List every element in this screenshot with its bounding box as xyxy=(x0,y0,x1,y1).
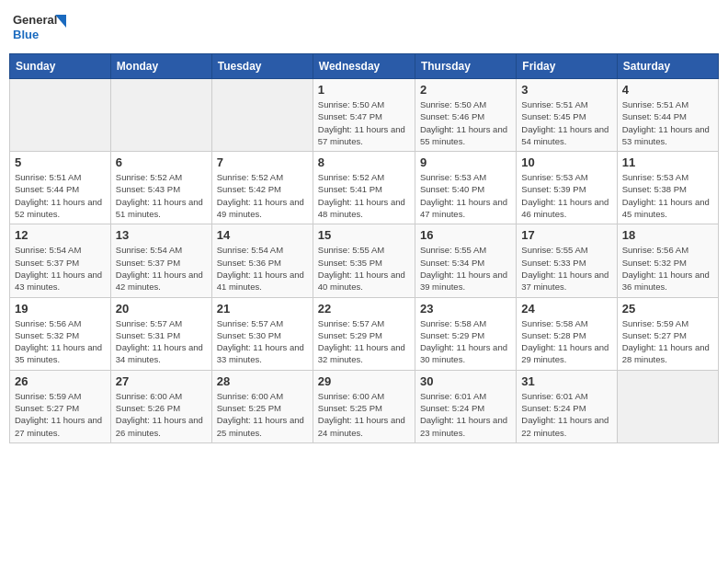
weekday-header-wednesday: Wednesday xyxy=(313,54,415,79)
weekday-header-saturday: Saturday xyxy=(617,54,718,79)
day-cell: 3Sunrise: 5:51 AM Sunset: 5:45 PM Daylig… xyxy=(517,79,617,152)
day-number: 22 xyxy=(318,302,410,316)
day-cell: 29Sunrise: 6:00 AM Sunset: 5:25 PM Dayli… xyxy=(313,370,415,442)
day-number: 28 xyxy=(217,374,308,388)
day-cell: 2Sunrise: 5:50 AM Sunset: 5:46 PM Daylig… xyxy=(415,79,516,152)
day-info: Sunrise: 5:59 AM Sunset: 5:27 PM Dayligh… xyxy=(622,317,713,366)
day-number: 17 xyxy=(521,228,611,242)
week-row-5: 26Sunrise: 5:59 AM Sunset: 5:27 PM Dayli… xyxy=(10,370,719,442)
day-number: 4 xyxy=(622,83,713,97)
page-header: GeneralBlue xyxy=(9,9,719,46)
day-number: 31 xyxy=(521,374,611,388)
weekday-header-thursday: Thursday xyxy=(415,54,516,79)
svg-text:Blue: Blue xyxy=(13,28,39,41)
day-cell: 17Sunrise: 5:55 AM Sunset: 5:33 PM Dayli… xyxy=(517,224,617,297)
day-number: 21 xyxy=(217,302,308,316)
day-number: 18 xyxy=(622,228,713,242)
day-cell: 15Sunrise: 5:55 AM Sunset: 5:35 PM Dayli… xyxy=(313,224,415,297)
day-cell: 13Sunrise: 5:54 AM Sunset: 5:37 PM Dayli… xyxy=(110,224,211,297)
day-cell: 28Sunrise: 6:00 AM Sunset: 5:25 PM Dayli… xyxy=(211,370,313,442)
weekday-header-sunday: Sunday xyxy=(10,54,111,79)
day-number: 27 xyxy=(116,374,207,388)
day-number: 11 xyxy=(622,155,713,169)
day-cell xyxy=(211,79,313,152)
day-info: Sunrise: 5:55 AM Sunset: 5:33 PM Dayligh… xyxy=(521,244,611,293)
day-info: Sunrise: 5:53 AM Sunset: 5:38 PM Dayligh… xyxy=(622,171,713,220)
logo: GeneralBlue xyxy=(13,9,68,46)
day-info: Sunrise: 5:52 AM Sunset: 5:43 PM Dayligh… xyxy=(116,171,207,220)
weekday-header-friday: Friday xyxy=(517,54,617,79)
day-number: 20 xyxy=(116,302,207,316)
day-info: Sunrise: 5:57 AM Sunset: 5:29 PM Dayligh… xyxy=(318,317,410,366)
day-cell: 25Sunrise: 5:59 AM Sunset: 5:27 PM Dayli… xyxy=(617,297,718,370)
day-number: 24 xyxy=(521,302,611,316)
day-cell: 10Sunrise: 5:53 AM Sunset: 5:39 PM Dayli… xyxy=(517,152,617,224)
day-cell xyxy=(10,79,111,152)
day-cell: 9Sunrise: 5:53 AM Sunset: 5:40 PM Daylig… xyxy=(415,152,516,224)
calendar-table: SundayMondayTuesdayWednesdayThursdayFrid… xyxy=(9,53,719,443)
day-info: Sunrise: 5:54 AM Sunset: 5:37 PM Dayligh… xyxy=(116,244,207,293)
day-cell: 5Sunrise: 5:51 AM Sunset: 5:44 PM Daylig… xyxy=(10,152,111,224)
day-info: Sunrise: 5:56 AM Sunset: 5:32 PM Dayligh… xyxy=(622,244,713,293)
day-cell: 22Sunrise: 5:57 AM Sunset: 5:29 PM Dayli… xyxy=(313,297,415,370)
day-info: Sunrise: 5:51 AM Sunset: 5:44 PM Dayligh… xyxy=(622,98,713,147)
weekday-header-row: SundayMondayTuesdayWednesdayThursdayFrid… xyxy=(10,54,719,79)
day-info: Sunrise: 5:58 AM Sunset: 5:28 PM Dayligh… xyxy=(521,317,611,366)
day-cell: 19Sunrise: 5:56 AM Sunset: 5:32 PM Dayli… xyxy=(10,297,111,370)
day-cell: 6Sunrise: 5:52 AM Sunset: 5:43 PM Daylig… xyxy=(110,152,211,224)
day-info: Sunrise: 5:55 AM Sunset: 5:35 PM Dayligh… xyxy=(318,244,410,293)
day-info: Sunrise: 5:59 AM Sunset: 5:27 PM Dayligh… xyxy=(15,390,106,439)
day-number: 15 xyxy=(318,228,410,242)
day-info: Sunrise: 5:56 AM Sunset: 5:32 PM Dayligh… xyxy=(15,317,106,366)
day-cell: 26Sunrise: 5:59 AM Sunset: 5:27 PM Dayli… xyxy=(10,370,111,442)
day-cell: 1Sunrise: 5:50 AM Sunset: 5:47 PM Daylig… xyxy=(313,79,415,152)
svg-text:General: General xyxy=(13,13,57,27)
day-cell: 8Sunrise: 5:52 AM Sunset: 5:41 PM Daylig… xyxy=(313,152,415,224)
day-info: Sunrise: 6:01 AM Sunset: 5:24 PM Dayligh… xyxy=(420,390,511,439)
day-cell xyxy=(110,79,211,152)
day-info: Sunrise: 5:55 AM Sunset: 5:34 PM Dayligh… xyxy=(420,244,511,293)
day-info: Sunrise: 6:01 AM Sunset: 5:24 PM Dayligh… xyxy=(521,390,611,439)
day-number: 25 xyxy=(622,302,713,316)
day-info: Sunrise: 5:53 AM Sunset: 5:39 PM Dayligh… xyxy=(521,171,611,220)
day-info: Sunrise: 5:51 AM Sunset: 5:44 PM Dayligh… xyxy=(15,171,106,220)
day-cell: 21Sunrise: 5:57 AM Sunset: 5:30 PM Dayli… xyxy=(211,297,313,370)
day-number: 16 xyxy=(420,228,511,242)
day-number: 14 xyxy=(217,228,308,242)
day-cell xyxy=(617,370,718,442)
day-info: Sunrise: 5:57 AM Sunset: 5:30 PM Dayligh… xyxy=(217,317,308,366)
day-number: 1 xyxy=(318,83,410,97)
day-info: Sunrise: 5:50 AM Sunset: 5:46 PM Dayligh… xyxy=(420,98,511,147)
day-number: 19 xyxy=(15,302,106,316)
day-info: Sunrise: 5:57 AM Sunset: 5:31 PM Dayligh… xyxy=(116,317,207,366)
day-number: 9 xyxy=(420,155,511,169)
day-cell: 27Sunrise: 6:00 AM Sunset: 5:26 PM Dayli… xyxy=(110,370,211,442)
day-cell: 23Sunrise: 5:58 AM Sunset: 5:29 PM Dayli… xyxy=(415,297,516,370)
day-cell: 4Sunrise: 5:51 AM Sunset: 5:44 PM Daylig… xyxy=(617,79,718,152)
day-cell: 7Sunrise: 5:52 AM Sunset: 5:42 PM Daylig… xyxy=(211,152,313,224)
day-number: 7 xyxy=(217,155,308,169)
day-number: 29 xyxy=(318,374,410,388)
week-row-1: 1Sunrise: 5:50 AM Sunset: 5:47 PM Daylig… xyxy=(10,79,719,152)
day-number: 12 xyxy=(15,228,106,242)
day-info: Sunrise: 5:54 AM Sunset: 5:37 PM Dayligh… xyxy=(15,244,106,293)
day-cell: 11Sunrise: 5:53 AM Sunset: 5:38 PM Dayli… xyxy=(617,152,718,224)
day-cell: 16Sunrise: 5:55 AM Sunset: 5:34 PM Dayli… xyxy=(415,224,516,297)
day-info: Sunrise: 6:00 AM Sunset: 5:25 PM Dayligh… xyxy=(318,390,410,439)
day-cell: 20Sunrise: 5:57 AM Sunset: 5:31 PM Dayli… xyxy=(110,297,211,370)
day-number: 3 xyxy=(521,83,611,97)
day-number: 23 xyxy=(420,302,511,316)
day-number: 8 xyxy=(318,155,410,169)
day-info: Sunrise: 6:00 AM Sunset: 5:26 PM Dayligh… xyxy=(116,390,207,439)
day-number: 5 xyxy=(15,155,106,169)
day-cell: 30Sunrise: 6:01 AM Sunset: 5:24 PM Dayli… xyxy=(415,370,516,442)
day-number: 13 xyxy=(116,228,207,242)
day-info: Sunrise: 5:52 AM Sunset: 5:41 PM Dayligh… xyxy=(318,171,410,220)
day-cell: 18Sunrise: 5:56 AM Sunset: 5:32 PM Dayli… xyxy=(617,224,718,297)
day-number: 2 xyxy=(420,83,511,97)
week-row-3: 12Sunrise: 5:54 AM Sunset: 5:37 PM Dayli… xyxy=(10,224,719,297)
day-number: 30 xyxy=(420,374,511,388)
day-info: Sunrise: 5:54 AM Sunset: 5:36 PM Dayligh… xyxy=(217,244,308,293)
day-cell: 24Sunrise: 5:58 AM Sunset: 5:28 PM Dayli… xyxy=(517,297,617,370)
day-number: 26 xyxy=(15,374,106,388)
